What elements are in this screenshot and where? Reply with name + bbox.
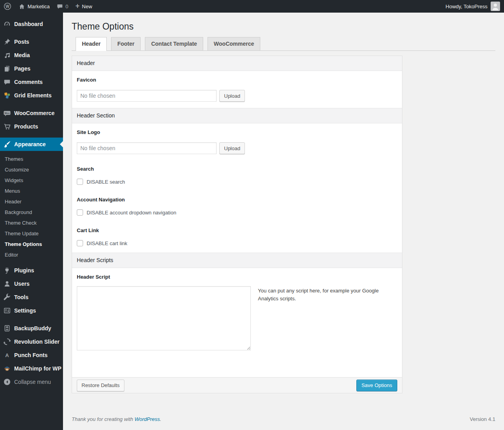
sidebar-item-label: Settings bbox=[14, 307, 36, 314]
sidebar-item-dashboard[interactable]: Dashboard bbox=[0, 17, 63, 31]
collapse-menu-button[interactable]: Collapse menu bbox=[0, 375, 63, 389]
backup-drive-icon bbox=[3, 324, 11, 332]
sidebar-item-theme-options[interactable]: Theme Options bbox=[0, 239, 63, 249]
avatar bbox=[491, 2, 500, 11]
site-name-link[interactable]: Marketica bbox=[15, 0, 53, 13]
sidebar-item-users[interactable]: Users bbox=[0, 277, 63, 290]
sidebar-item-background[interactable]: Background bbox=[0, 207, 63, 218]
save-options-button[interactable]: Save Options bbox=[356, 380, 397, 391]
disable-search-label: DISABLE search bbox=[87, 179, 125, 185]
site-name: Marketica bbox=[28, 4, 50, 9]
site-logo-file-input[interactable] bbox=[77, 142, 217, 154]
sidebar-item-pages[interactable]: Pages bbox=[0, 62, 63, 75]
comments-bubble-link[interactable]: 0 bbox=[53, 0, 72, 13]
comments-count: 0 bbox=[65, 4, 68, 9]
tab-contact-template[interactable]: Contact Template bbox=[145, 37, 203, 50]
header-script-row: You can put any script here, for example… bbox=[77, 286, 397, 350]
section-body-header: Favicon Upload bbox=[72, 77, 402, 108]
sidebar-item-tools[interactable]: Tools bbox=[0, 290, 63, 304]
favicon-file-input[interactable] bbox=[77, 90, 217, 102]
favicon-upload-button[interactable]: Upload bbox=[219, 90, 245, 102]
panel-action-bar: Restore Defaults Save Options bbox=[72, 377, 402, 393]
site-logo-upload-button[interactable]: Upload bbox=[219, 142, 245, 154]
sidebar-item-plugins[interactable]: Plugins bbox=[0, 264, 63, 277]
sidebar-item-themes[interactable]: Themes bbox=[0, 154, 63, 164]
content-area: Theme Options Header Footer Contact Temp… bbox=[63, 13, 504, 422]
menu-separator bbox=[0, 31, 63, 35]
sidebar-item-label: Grid Elements bbox=[14, 92, 52, 99]
sidebar-item-products[interactable]: Products bbox=[0, 120, 63, 133]
submenu-label: Theme Check bbox=[5, 220, 37, 226]
section-header-header: Header bbox=[72, 56, 402, 71]
wordpress-logo-icon: W bbox=[4, 2, 11, 10]
appearance-brush-icon bbox=[3, 140, 11, 148]
tab-header[interactable]: Header bbox=[76, 37, 107, 51]
submenu-label: Widgets bbox=[5, 177, 23, 183]
mailchimp-monkey-icon bbox=[3, 365, 11, 372]
disable-search-checkbox[interactable] bbox=[77, 179, 83, 185]
sidebar-item-menus[interactable]: Menus bbox=[0, 186, 63, 196]
sidebar-item-revolution-slider[interactable]: Revolution Slider bbox=[0, 335, 63, 348]
dashboard-gauge-icon bbox=[3, 20, 11, 28]
sidebar-item-editor[interactable]: Editor bbox=[0, 249, 63, 260]
wordpress-link[interactable]: WordPress bbox=[135, 416, 160, 422]
site-logo-label: Site Logo bbox=[77, 129, 397, 136]
admin-bar: W Marketica 0 + New Howdy, TokoPress bbox=[0, 0, 504, 13]
header-script-textarea[interactable] bbox=[77, 286, 251, 350]
sidebar-item-backupbuddy[interactable]: BackupBuddy bbox=[0, 322, 63, 335]
grid-elements-icon bbox=[3, 91, 11, 99]
header-script-label: Header Script bbox=[77, 274, 397, 280]
tab-woocommerce[interactable]: WooCommerce bbox=[208, 37, 260, 50]
new-content-button[interactable]: + New bbox=[72, 0, 96, 13]
sidebar-item-appearance[interactable]: Appearance bbox=[0, 138, 63, 151]
sidebar-item-label: BackupBuddy bbox=[14, 325, 51, 331]
sidebar-item-settings[interactable]: Settings bbox=[0, 304, 63, 317]
footer-thanks: Thank you for creating with WordPress. bbox=[72, 416, 161, 422]
menu-separator bbox=[0, 317, 63, 322]
restore-defaults-button[interactable]: Restore Defaults bbox=[77, 380, 124, 391]
wordpress-logo-button[interactable]: W bbox=[0, 0, 15, 13]
submenu-label: Header bbox=[5, 199, 22, 205]
svg-text:W: W bbox=[6, 4, 9, 9]
sidebar-item-header[interactable]: Header bbox=[0, 196, 63, 207]
spacer bbox=[77, 350, 397, 371]
sidebar-item-theme-update[interactable]: Theme Update bbox=[0, 228, 63, 239]
submenu-label: Menus bbox=[5, 188, 20, 194]
sidebar-item-grid-elements[interactable]: Grid Elements bbox=[0, 89, 63, 102]
favicon-field-row: Upload bbox=[77, 90, 397, 102]
footer-thanks-text: Thank you for creating with bbox=[72, 416, 133, 422]
sidebar-item-media[interactable]: Media bbox=[0, 48, 63, 62]
disable-cart-link-checkbox[interactable] bbox=[77, 240, 83, 246]
sidebar-item-mailchimp[interactable]: MailChimp for WP bbox=[0, 362, 63, 375]
wrench-icon bbox=[3, 293, 11, 301]
submenu-label: Customize bbox=[5, 167, 29, 173]
disable-search-row: DISABLE search bbox=[77, 179, 397, 185]
account-menu[interactable]: Howdy, TokoPress bbox=[442, 0, 504, 13]
svg-text:Woo: Woo bbox=[5, 112, 10, 114]
sidebar-item-label: Tools bbox=[14, 294, 28, 300]
site-logo-field-row: Upload bbox=[77, 142, 397, 154]
submenu-label: Theme Options bbox=[5, 241, 42, 247]
footer-period: . bbox=[160, 416, 161, 422]
sidebar-item-punch-fonts[interactable]: A Punch Fonts bbox=[0, 348, 63, 362]
section-header-header-section: Header Section bbox=[72, 108, 402, 123]
submenu-label: Background bbox=[5, 209, 32, 215]
disable-account-nav-checkbox[interactable] bbox=[77, 209, 83, 216]
sidebar-item-customize[interactable]: Customize bbox=[0, 164, 63, 175]
menu-separator bbox=[0, 133, 63, 138]
sidebar-item-label: Revolution Slider bbox=[14, 339, 59, 345]
section-body-header-scripts: Header Script You can put any script her… bbox=[72, 274, 402, 377]
collapse-arrow-icon bbox=[3, 378, 11, 386]
user-icon bbox=[3, 280, 11, 288]
disable-account-nav-label: DISABLE account dropdown navigation bbox=[87, 210, 176, 216]
sidebar-item-posts[interactable]: Posts bbox=[0, 35, 63, 48]
search-label: Search bbox=[77, 166, 397, 172]
tab-footer[interactable]: Footer bbox=[111, 37, 141, 50]
sidebar-item-label: Pages bbox=[14, 65, 30, 72]
sidebar-item-theme-check[interactable]: Theme Check bbox=[0, 218, 63, 228]
sidebar-item-widgets[interactable]: Widgets bbox=[0, 175, 63, 186]
disable-account-nav-row: DISABLE account dropdown navigation bbox=[77, 209, 397, 216]
comments-icon bbox=[3, 78, 11, 86]
sidebar-item-woocommerce[interactable]: Woo WooCommerce bbox=[0, 106, 63, 120]
sidebar-item-comments[interactable]: Comments bbox=[0, 75, 63, 89]
